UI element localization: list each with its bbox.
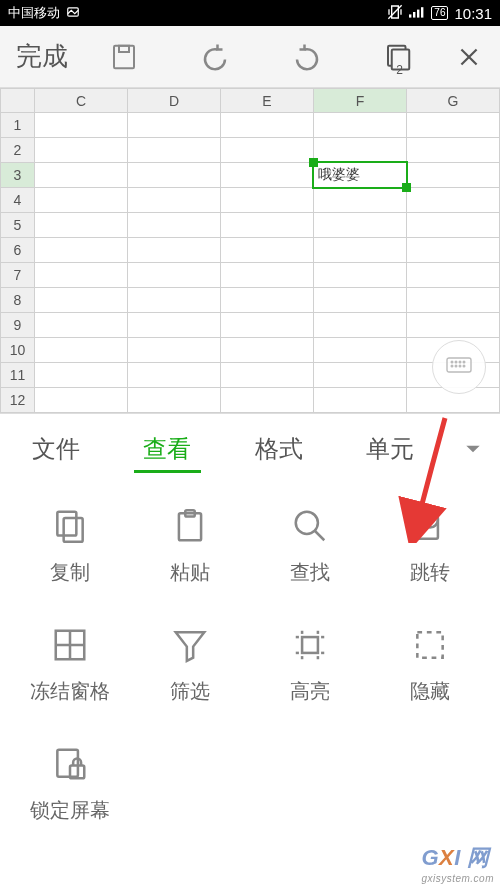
save-button[interactable]	[78, 42, 170, 72]
row-header[interactable]: 6	[1, 238, 35, 263]
signal-icon	[409, 5, 425, 22]
done-button[interactable]: 完成	[6, 39, 78, 74]
svg-rect-5	[421, 7, 423, 17]
docs-badge: 2	[396, 63, 403, 77]
svg-rect-3	[413, 12, 415, 18]
close-button[interactable]	[444, 44, 494, 70]
battery-indicator: 76	[431, 6, 448, 20]
row-header[interactable]: 11	[1, 363, 35, 388]
tab-view[interactable]: 查看	[112, 419, 224, 479]
watermark: GXI 网 gxisystem.com	[421, 843, 494, 884]
vibrate-icon	[387, 4, 403, 23]
tool-panel: 复制 粘贴 查找 跳转 冻结窗格 筛选 高亮 隐藏	[0, 483, 500, 874]
col-header[interactable]: G	[407, 89, 500, 113]
svg-rect-6	[114, 45, 134, 68]
svg-rect-40	[417, 632, 442, 657]
row-header[interactable]: 12	[1, 388, 35, 413]
row-header[interactable]: 8	[1, 288, 35, 313]
svg-rect-31	[302, 637, 318, 653]
cell-value: 哦婆婆	[314, 166, 406, 184]
svg-point-14	[455, 361, 457, 363]
selection-handle-tl[interactable]	[309, 158, 318, 167]
selection-handle-br[interactable]	[402, 183, 411, 192]
tab-format[interactable]: 格式	[223, 419, 335, 479]
bottom-tabs: 文件 查看 格式 单元	[0, 413, 500, 483]
col-header-active[interactable]: F	[314, 89, 407, 113]
svg-rect-41	[57, 750, 78, 777]
svg-rect-2	[409, 14, 411, 17]
tool-freeze[interactable]: 冻结窗格	[10, 626, 130, 705]
row-header[interactable]: 2	[1, 138, 35, 163]
tool-lock-screen[interactable]: 锁定屏幕	[10, 745, 130, 824]
tool-filter[interactable]: 筛选	[130, 626, 250, 705]
tab-cell[interactable]: 单元	[335, 419, 447, 479]
screenshot-icon	[66, 5, 80, 22]
svg-rect-7	[119, 45, 129, 51]
corner-cell[interactable]	[1, 89, 35, 113]
row-header[interactable]: 9	[1, 313, 35, 338]
row-header[interactable]: 4	[1, 188, 35, 213]
undo-button[interactable]	[170, 42, 262, 72]
svg-point-25	[296, 512, 318, 534]
row-header[interactable]: 10	[1, 338, 35, 363]
svg-point-16	[463, 361, 465, 363]
tab-file[interactable]: 文件	[0, 419, 112, 479]
row-header-active[interactable]: 3	[1, 163, 35, 188]
clock: 10:31	[454, 5, 492, 22]
tool-goto[interactable]: 跳转	[370, 507, 490, 586]
col-header[interactable]: D	[128, 89, 221, 113]
tool-hide[interactable]: 隐藏	[370, 626, 490, 705]
svg-line-1	[389, 5, 402, 18]
svg-point-13	[451, 361, 453, 363]
svg-point-17	[451, 365, 453, 367]
spreadsheet[interactable]: C D E F G 1 2 3 哦婆婆 4 5 6 7 8 9 10 11	[0, 88, 500, 413]
col-header[interactable]: E	[221, 89, 314, 113]
docs-button[interactable]: 2	[353, 42, 445, 72]
row-header[interactable]: 5	[1, 213, 35, 238]
selected-cell[interactable]: 哦婆婆	[314, 163, 407, 188]
svg-point-18	[455, 365, 457, 367]
tool-find[interactable]: 查找	[250, 507, 370, 586]
tool-copy[interactable]: 复制	[10, 507, 130, 586]
svg-rect-22	[64, 518, 83, 542]
svg-point-20	[463, 365, 465, 367]
tool-paste[interactable]: 粘贴	[130, 507, 250, 586]
carrier-label: 中国移动	[8, 4, 60, 22]
tool-highlight[interactable]: 高亮	[250, 626, 370, 705]
tabs-more-button[interactable]	[446, 439, 500, 459]
svg-rect-4	[417, 9, 419, 17]
svg-rect-21	[57, 512, 76, 536]
svg-line-26	[315, 531, 325, 541]
row-header[interactable]: 1	[1, 113, 35, 138]
col-header[interactable]: C	[35, 89, 128, 113]
redo-button[interactable]	[261, 42, 353, 72]
app-toolbar: 完成 2	[0, 26, 500, 88]
row-header[interactable]: 7	[1, 263, 35, 288]
keyboard-button[interactable]	[432, 340, 486, 394]
status-bar: 中国移动 76 10:31	[0, 0, 500, 26]
svg-point-19	[459, 365, 461, 367]
svg-point-15	[459, 361, 461, 363]
